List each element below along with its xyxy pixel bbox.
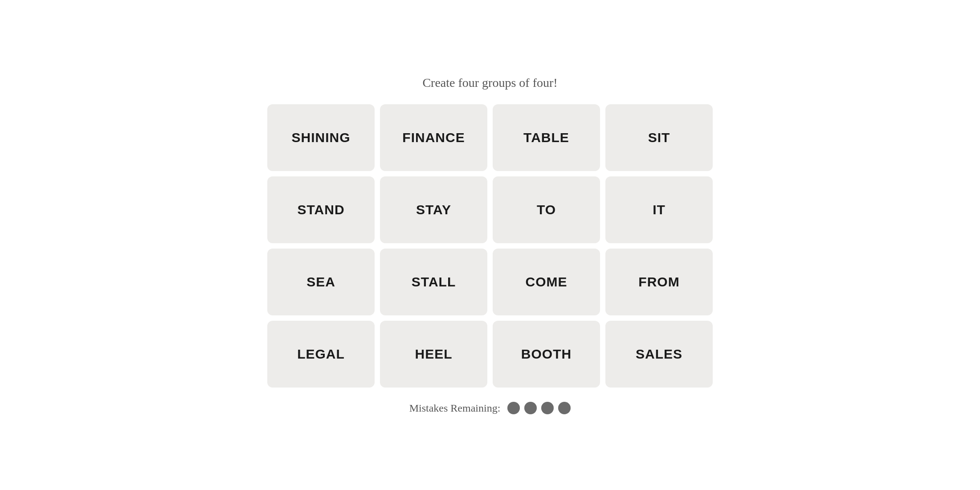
word-label-it: IT (653, 202, 666, 217)
word-card-to[interactable]: TO (493, 176, 600, 243)
mistake-dot-1 (507, 402, 520, 414)
mistakes-section: Mistakes Remaining: (409, 402, 571, 414)
word-label-sales: SALES (636, 347, 682, 362)
word-grid: SHININGFINANCETABLESITSTANDSTAYTOITSEAST… (267, 104, 713, 388)
word-label-sit: SIT (648, 130, 670, 145)
word-label-from: FROM (638, 274, 679, 290)
word-label-shining: SHINING (291, 130, 350, 145)
mistake-dot-2 (524, 402, 537, 414)
word-label-stay: STAY (416, 202, 451, 217)
word-label-sea: SEA (306, 274, 335, 290)
word-label-come: COME (526, 274, 568, 290)
word-label-heel: HEEL (415, 347, 452, 362)
word-card-legal[interactable]: LEGAL (267, 321, 375, 388)
mistake-dot-3 (541, 402, 554, 414)
word-card-table[interactable]: TABLE (493, 104, 600, 171)
word-card-from[interactable]: FROM (605, 249, 713, 315)
mistakes-dots (507, 402, 571, 414)
word-card-sales[interactable]: SALES (605, 321, 713, 388)
word-card-come[interactable]: COME (493, 249, 600, 315)
word-label-to: TO (537, 202, 556, 217)
word-card-stand[interactable]: STAND (267, 176, 375, 243)
mistake-dot-4 (558, 402, 571, 414)
word-label-legal: LEGAL (297, 347, 345, 362)
word-label-stand: STAND (297, 202, 344, 217)
game-subtitle: Create four groups of four! (422, 76, 557, 90)
word-label-finance: FINANCE (402, 130, 465, 145)
game-container: Create four groups of four! SHININGFINAN… (267, 76, 713, 414)
word-label-stall: STALL (412, 274, 456, 290)
word-card-stall[interactable]: STALL (380, 249, 487, 315)
word-card-booth[interactable]: BOOTH (493, 321, 600, 388)
word-card-sea[interactable]: SEA (267, 249, 375, 315)
word-card-finance[interactable]: FINANCE (380, 104, 487, 171)
word-label-table: TABLE (523, 130, 569, 145)
word-label-booth: BOOTH (521, 347, 572, 362)
word-card-shining[interactable]: SHINING (267, 104, 375, 171)
word-card-heel[interactable]: HEEL (380, 321, 487, 388)
mistakes-label: Mistakes Remaining: (409, 402, 501, 414)
word-card-stay[interactable]: STAY (380, 176, 487, 243)
word-card-it[interactable]: IT (605, 176, 713, 243)
word-card-sit[interactable]: SIT (605, 104, 713, 171)
